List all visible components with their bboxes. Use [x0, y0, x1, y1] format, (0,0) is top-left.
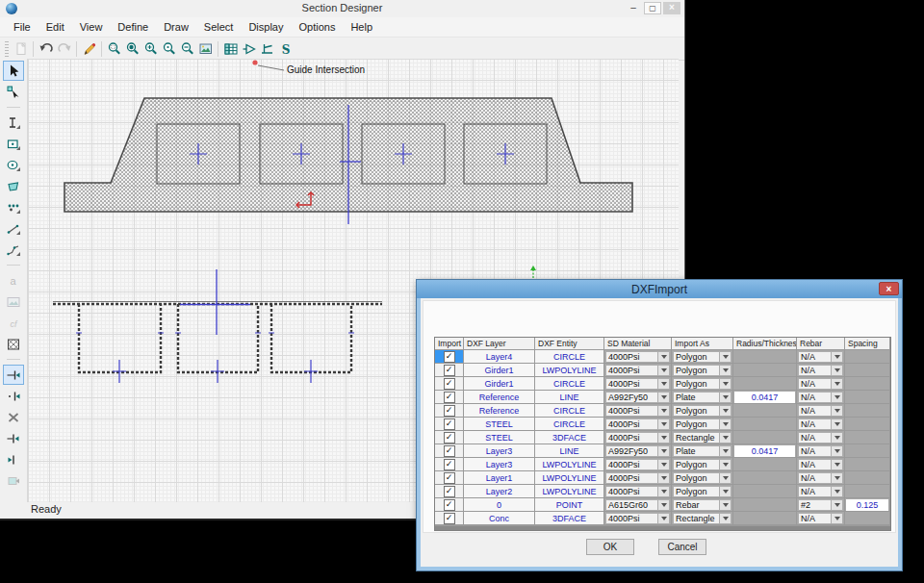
- dropdown-arrow-icon[interactable]: [719, 473, 731, 483]
- draw-rectangle-tool[interactable]: [3, 134, 24, 154]
- sd-material-select[interactable]: 4000Psi: [604, 418, 672, 431]
- dropdown-arrow-icon[interactable]: [831, 419, 842, 429]
- import-checkbox-cell[interactable]: ✓: [435, 485, 464, 498]
- sd-material-select[interactable]: 4000Psi: [604, 512, 672, 525]
- maximize-button[interactable]: ▢: [644, 2, 661, 14]
- checkbox-checked-icon[interactable]: ✓: [444, 351, 455, 363]
- dxf-layer-cell[interactable]: Layer1: [464, 471, 535, 485]
- dropdown-arrow-icon[interactable]: [719, 352, 731, 362]
- import-checkbox-cell[interactable]: ✓: [435, 404, 464, 418]
- rebar-select[interactable]: N/A: [797, 485, 845, 498]
- dropdown-arrow-icon[interactable]: [657, 514, 669, 523]
- dxf-entity-cell[interactable]: POINT: [535, 498, 604, 512]
- sd-material-select[interactable]: 4000Psi: [604, 485, 672, 498]
- dialog-title-bar[interactable]: DXFImport ×: [417, 280, 902, 298]
- select-tool[interactable]: [3, 61, 24, 81]
- rebar-select[interactable]: #2: [797, 498, 845, 512]
- dxf-layer-cell[interactable]: Reference: [464, 404, 535, 418]
- dxf-entity-cell[interactable]: LWPOLYLINE: [535, 471, 604, 485]
- draw-circle-tool[interactable]: [3, 155, 24, 175]
- sd-material-select[interactable]: 4000Psi: [604, 350, 672, 364]
- import-as-select[interactable]: Polygon: [672, 350, 733, 364]
- checkbox-checked-icon[interactable]: ✓: [444, 365, 455, 376]
- undo-button[interactable]: [37, 39, 55, 58]
- dxf-entity-cell[interactable]: 3DFACE: [535, 431, 604, 444]
- dxf-layer-cell[interactable]: Layer4: [464, 350, 535, 364]
- checkbox-checked-icon[interactable]: ✓: [444, 513, 455, 524]
- dxf-entity-cell[interactable]: CIRCLE: [535, 404, 604, 418]
- zoom-point-button[interactable]: [160, 39, 178, 58]
- reshape-tool[interactable]: [3, 82, 24, 102]
- dropdown-arrow-icon[interactable]: [719, 393, 731, 402]
- checkbox-checked-icon[interactable]: ✓: [444, 472, 455, 484]
- import-as-select[interactable]: Polygon: [672, 471, 733, 485]
- import-checkbox-cell[interactable]: ✓: [435, 364, 464, 377]
- dialog-close-button[interactable]: ×: [879, 282, 899, 295]
- import-checkbox-cell[interactable]: ✓: [435, 471, 464, 485]
- dropdown-arrow-icon[interactable]: [719, 406, 731, 416]
- sd-material-select[interactable]: 4000Psi: [604, 458, 672, 471]
- delete-guides-tool[interactable]: [3, 407, 24, 427]
- dropdown-arrow-icon[interactable]: [831, 487, 842, 496]
- show-stress-button[interactable]: S: [276, 39, 295, 58]
- dropdown-arrow-icon[interactable]: [719, 460, 731, 469]
- minimize-button[interactable]: –: [625, 2, 642, 14]
- menu-select[interactable]: Select: [196, 17, 242, 37]
- menu-define[interactable]: Define: [110, 17, 156, 37]
- dropdown-arrow-icon[interactable]: [657, 473, 669, 483]
- checkbox-checked-icon[interactable]: ✓: [444, 445, 455, 457]
- dropdown-arrow-icon[interactable]: [831, 460, 842, 469]
- dropdown-arrow-icon[interactable]: [831, 433, 842, 443]
- dxf-entity-cell[interactable]: CIRCLE: [535, 350, 604, 364]
- dropdown-arrow-icon[interactable]: [831, 514, 842, 523]
- rebar-select[interactable]: N/A: [797, 350, 845, 364]
- menu-options[interactable]: Options: [291, 17, 343, 37]
- dxf-entity-cell[interactable]: CIRCLE: [535, 418, 604, 431]
- import-checkbox-cell[interactable]: ✓: [435, 350, 464, 364]
- dropdown-arrow-icon[interactable]: [831, 446, 842, 456]
- dxf-layer-cell[interactable]: 0: [464, 498, 535, 512]
- dropdown-arrow-icon[interactable]: [657, 393, 669, 402]
- sd-material-select[interactable]: 4000Psi: [604, 404, 672, 418]
- zoom-out-button[interactable]: [178, 39, 196, 58]
- draw-image-tool[interactable]: [3, 292, 24, 312]
- spacing-field[interactable]: 0.125: [845, 498, 890, 512]
- guide-intersection-dot[interactable]: [252, 60, 257, 64]
- rebar-select[interactable]: N/A: [797, 364, 845, 377]
- show-local-axes-button[interactable]: [240, 39, 258, 58]
- radius-thickness-field[interactable]: 0.0417: [733, 391, 797, 404]
- new-document-button[interactable]: [12, 39, 30, 58]
- dxf-entity-cell[interactable]: LINE: [535, 444, 604, 458]
- menu-view[interactable]: View: [72, 17, 111, 37]
- dxf-layer-cell[interactable]: Conc: [464, 512, 535, 525]
- dropdown-arrow-icon[interactable]: [719, 419, 731, 429]
- dropdown-arrow-icon[interactable]: [831, 500, 842, 510]
- menu-help[interactable]: Help: [343, 17, 380, 37]
- import-checkbox-cell[interactable]: ✓: [435, 418, 464, 431]
- dxf-layer-cell[interactable]: Layer3: [464, 444, 535, 458]
- import-checkbox-cell[interactable]: ✓: [435, 512, 464, 525]
- import-checkbox-cell[interactable]: ✓: [435, 444, 464, 458]
- guide-vertical-tool[interactable]: [3, 386, 24, 406]
- import-as-select[interactable]: Plate: [672, 391, 733, 404]
- rebar-select[interactable]: N/A: [797, 377, 845, 391]
- import-as-select[interactable]: Polygon: [672, 404, 733, 418]
- draw-pencil-button[interactable]: [80, 39, 98, 58]
- rebar-select[interactable]: N/A: [797, 471, 845, 485]
- draw-polyline-tool[interactable]: [3, 240, 24, 260]
- toolbar-grip[interactable]: [5, 41, 9, 57]
- import-checkbox-cell[interactable]: ✓: [435, 498, 464, 512]
- import-as-select[interactable]: Rebar: [672, 498, 733, 512]
- import-checkbox-cell[interactable]: ✓: [435, 391, 464, 404]
- guide-move-left-tool[interactable]: [3, 428, 24, 448]
- import-as-select[interactable]: Rectangle: [672, 431, 733, 444]
- draw-reference-tool[interactable]: cf: [3, 313, 24, 333]
- sd-material-select[interactable]: 4000Psi: [604, 431, 672, 444]
- import-checkbox-cell[interactable]: ✓: [435, 458, 464, 471]
- rebar-select[interactable]: N/A: [797, 404, 845, 418]
- rebar-select[interactable]: N/A: [797, 458, 845, 471]
- rebar-select[interactable]: N/A: [797, 512, 845, 525]
- zoom-plus-button[interactable]: [141, 39, 160, 58]
- dropdown-arrow-icon[interactable]: [657, 379, 669, 389]
- zoom-window-button[interactable]: [105, 39, 123, 58]
